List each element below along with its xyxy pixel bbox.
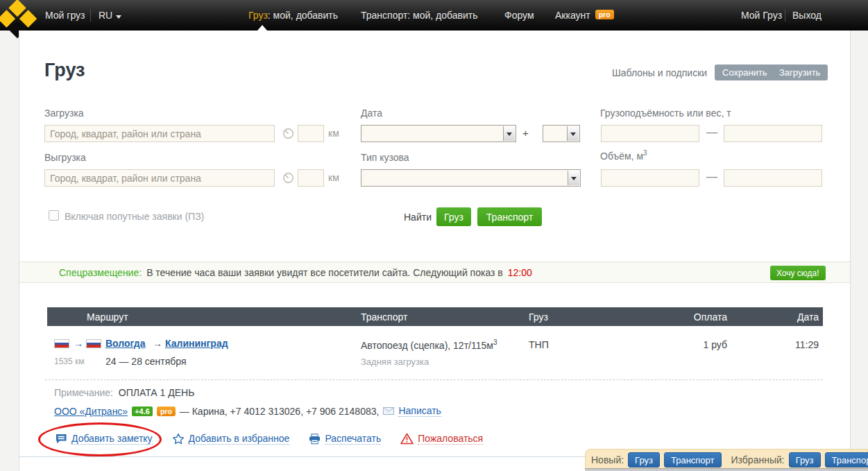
want-here-button[interactable]: Хочу сюда! (770, 266, 826, 280)
special-placement-banner: Спецразмещение: В течение часа ваши заяв… (19, 262, 850, 283)
find-label: Найти (404, 212, 432, 223)
find-transport-button[interactable]: Транспорт (477, 207, 542, 226)
banner-text: В течение часа ваши заявки увидят все по… (146, 267, 503, 278)
company-line: ООО «Дитранс» +4.6 pro — Карина, +7 4012… (54, 405, 441, 417)
nav-forum[interactable]: Форум (504, 10, 534, 21)
distance-value: 1535 км (54, 357, 85, 366)
range-dash: — (706, 171, 717, 183)
capacity-to-input[interactable] (724, 125, 822, 142)
payment-value: 1 руб (666, 339, 727, 350)
transport-text: Автопоезд (сцепка), 12т/115м (361, 340, 493, 351)
volume-label-sup: 3 (643, 149, 647, 157)
contact-text: — Карина, +7 4012 313026, +7 906 2148083… (180, 406, 380, 417)
nav-account[interactable]: Аккаунтpro (555, 10, 614, 21)
page: Мой груз RU Груз: мой, добавить Транспор… (0, 0, 868, 471)
row-separator (45, 379, 823, 380)
volume-to-input[interactable] (724, 169, 822, 187)
bottom-scrollbar-strip (585, 468, 868, 471)
russia-flag-icon (54, 339, 69, 348)
to-city-link[interactable]: Калининград (165, 338, 228, 349)
volume-label-text: Объём, м (600, 151, 643, 162)
nav-cargo-active: Груз (248, 10, 268, 21)
add-note-link[interactable]: Добавить заметку (71, 433, 153, 445)
unloading-city-input[interactable] (44, 169, 275, 187)
ps-checkbox-label[interactable]: Включая попутные заявки (ПЗ) (65, 211, 204, 222)
save-template-button[interactable]: Сохранить (715, 65, 775, 80)
note-icon (56, 434, 67, 444)
report-link[interactable]: Пожаловаться (418, 433, 483, 445)
page-title: Груз (44, 60, 85, 81)
print-action[interactable]: Распечатать (309, 433, 381, 445)
km-unit-label: км (328, 172, 339, 183)
star-icon (172, 433, 185, 445)
volume-from-input[interactable] (601, 169, 699, 187)
route-arrow: → (74, 338, 83, 349)
ps-checkbox[interactable] (49, 210, 59, 221)
nav-my-cargo[interactable]: Мой груз (45, 10, 85, 21)
top-nav-bar: Мой груз RU Груз: мой, добавить Транспор… (0, 0, 868, 31)
company-link[interactable]: ООО «Дитранс» (54, 406, 128, 417)
favorite-transport-button[interactable]: Транспорт (825, 452, 868, 468)
transport-sup: 3 (493, 339, 497, 346)
nav-transport[interactable]: Транспорт: мой, добавить (361, 10, 478, 21)
unloading-radius-input[interactable] (298, 169, 324, 187)
radius-icon (282, 128, 294, 142)
column-route: Маршрут (87, 311, 128, 323)
new-label: Новый: (591, 454, 624, 465)
add-favorite-link[interactable]: Добавить в избранное (189, 433, 290, 445)
from-city-link[interactable]: Вологда (105, 338, 146, 349)
favorite-label: Избранный: (731, 454, 785, 465)
load-template-button[interactable]: Загрузить (772, 65, 828, 80)
plus-separator: + (522, 127, 529, 139)
loading-label: Загрузка (44, 108, 84, 119)
date-select[interactable] (361, 125, 516, 142)
new-transport-button[interactable]: Транспорт (664, 452, 722, 468)
dropdown-arrow-icon (567, 126, 579, 141)
body-type-label: Тип кузова (361, 152, 409, 163)
pro-badge: pro (595, 10, 614, 19)
report-action[interactable]: Пожаловаться (400, 433, 483, 445)
favorite-cargo-button[interactable]: Груз (789, 452, 821, 468)
loading-radius-input[interactable] (298, 125, 324, 142)
row-actions: Добавить заметку Добавить в избранное Ра… (56, 433, 483, 445)
loading-type-value: Задняя загрузка (361, 357, 429, 367)
range-dash: — (706, 126, 717, 139)
note-label: Примечание: (54, 387, 113, 398)
nav-cargo-rest: : мой, добавить (268, 10, 338, 21)
active-tab-caret (257, 25, 267, 31)
add-favorite-action[interactable]: Добавить в избранное (172, 433, 290, 445)
dropdown-arrow-icon (503, 126, 515, 141)
capacity-label: Грузоподъёмность или вес, т (600, 108, 731, 119)
column-transport: Транспорт (361, 311, 407, 323)
rating-badge[interactable]: +4.6 (132, 406, 153, 416)
nav-logout[interactable]: Выход (792, 10, 822, 21)
nav-my-cargo-right[interactable]: Мой Груз (741, 10, 782, 21)
add-note-action[interactable]: Добавить заметку (56, 433, 153, 445)
language-selector[interactable]: RU (99, 10, 121, 21)
capacity-from-input[interactable] (601, 125, 699, 142)
new-cargo-button[interactable]: Груз (628, 452, 660, 468)
printer-icon (309, 434, 321, 445)
date-plus-select[interactable] (543, 125, 580, 142)
dropdown-arrow-icon (568, 171, 579, 185)
date-label: Дата (361, 108, 382, 119)
templates-subscriptions-label: Шаблоны и подписки (612, 67, 707, 78)
radius-icon (282, 172, 294, 187)
nav-cargo[interactable]: Груз: мой, добавить (248, 10, 338, 21)
volume-label: Объём, м3 (600, 149, 647, 162)
body-type-select[interactable] (361, 169, 581, 187)
loading-city-input[interactable] (44, 125, 275, 142)
note-line: Примечание: ОПЛАТА 1 ДЕНЬ (54, 387, 194, 398)
note-text: ОПЛАТА 1 ДЕНЬ (119, 387, 195, 398)
find-cargo-button[interactable]: Груз (436, 207, 471, 226)
write-message-link[interactable]: Написать (398, 405, 441, 417)
column-date: Дата (770, 311, 819, 323)
russia-flag-icon (86, 339, 101, 348)
cargo-value: ТНП (529, 339, 549, 350)
unloading-label: Выгрузка (44, 152, 86, 163)
km-unit-label: км (328, 128, 339, 139)
pro-badge: pro (157, 406, 176, 416)
print-link[interactable]: Распечатать (325, 433, 381, 445)
envelope-icon (383, 407, 394, 415)
transport-value: Автопоезд (сцепка), 12т/115м3 (361, 339, 497, 351)
